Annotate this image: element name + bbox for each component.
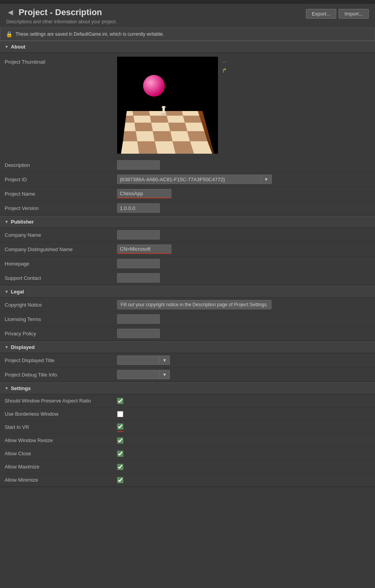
allow-resize-row: Allow Window Resize (0, 434, 375, 447)
company-name-label: Company Name (5, 232, 117, 238)
allow-resize-checkbox[interactable] (117, 437, 123, 444)
project-id-input[interactable] (117, 175, 261, 184)
project-id-field: ▼ (117, 175, 375, 184)
debug-title-combo: ▼ (117, 370, 170, 379)
svg-marker-5 (155, 141, 176, 154)
allow-close-row: Allow Close (0, 447, 375, 460)
svg-marker-15 (151, 123, 170, 131)
displayed-arrow: ▼ (5, 345, 9, 349)
project-id-dropdown-btn[interactable]: ▼ (261, 175, 272, 184)
allow-maximize-field (117, 464, 123, 470)
allow-close-checkbox[interactable] (117, 451, 123, 457)
header-buttons: Export... Import... (306, 9, 369, 19)
homepage-label: Homepage (5, 261, 117, 267)
project-name-input[interactable] (117, 189, 171, 198)
export-button[interactable]: Export... (306, 9, 336, 19)
thumbnail-dots-button[interactable]: ... (220, 57, 228, 64)
debug-title-row: Project Debug Title Info ▼ (0, 368, 375, 382)
allow-maximize-label: Allow Maximize (5, 464, 117, 470)
project-name-field (117, 189, 375, 198)
svg-marker-8 (123, 131, 137, 141)
displayed-title-input[interactable] (117, 356, 160, 365)
project-id-row: Project ID ▼ (0, 172, 375, 187)
lock-icon: 🔒 (6, 31, 12, 37)
settings-arrow: ▼ (5, 386, 9, 390)
svg-marker-24 (133, 111, 150, 116)
copyright-notice-text: Fill out your copyright notice in the De… (117, 300, 271, 309)
svg-marker-4 (137, 141, 157, 154)
displayed-title-dropdown[interactable]: ▼ (160, 356, 170, 365)
top-bar (0, 0, 375, 3)
svg-marker-16 (168, 123, 187, 131)
svg-marker-22 (183, 116, 202, 123)
licensing-label: Licensing Terms (5, 316, 117, 322)
allow-minimize-checkbox[interactable] (117, 477, 123, 483)
displayed-title-label: Project Displayed Title (5, 357, 117, 363)
legal-header: ▼ Legal (0, 286, 375, 298)
privacy-input[interactable] (117, 329, 160, 338)
company-name-field (117, 230, 375, 239)
allow-resize-field (117, 437, 123, 444)
start-vr-underline-wrapper (117, 423, 123, 431)
preserve-aspect-label: Should Window Preserve Aspect Ratio (5, 398, 117, 404)
allow-minimize-row: Allow Minimize (0, 474, 375, 487)
notice-text: These settings are saved in DefaultGame.… (16, 31, 164, 37)
project-version-label: Project Version (5, 205, 117, 211)
project-version-input[interactable] (117, 203, 160, 213)
description-input[interactable] (117, 160, 160, 170)
svg-marker-12 (187, 131, 207, 141)
about-arrow: ▼ (5, 45, 9, 49)
allow-resize-label: Allow Window Resize (5, 437, 117, 443)
project-id-combo: ▼ (117, 175, 272, 184)
svg-marker-3 (121, 141, 139, 154)
svg-marker-26 (166, 111, 183, 116)
page-title: ◄ Project - Description (6, 7, 117, 17)
allow-maximize-row: Allow Maximize (0, 460, 375, 474)
project-version-field (117, 203, 375, 213)
import-button[interactable]: Import... (339, 9, 369, 19)
about-section: ▼ About Project Thumbnail (0, 41, 375, 216)
legal-arrow: ▼ (5, 290, 9, 294)
about-header: ▼ About (0, 41, 375, 53)
thumbnail-row: Project Thumbnail (0, 53, 375, 158)
page-header: ◄ Project - Description Descriptions and… (0, 3, 375, 28)
borderless-row: Use Borderless Window (0, 408, 375, 421)
company-dn-input[interactable] (117, 245, 171, 254)
company-dn-row: Company Distinguished Name (0, 242, 375, 257)
support-input[interactable] (117, 273, 160, 283)
company-name-input[interactable] (117, 230, 160, 239)
copyright-row: Copyright Notice Fill out your copyright… (0, 298, 375, 312)
settings-notice: 🔒 These settings are saved in DefaultGam… (0, 28, 375, 41)
allow-minimize-field (117, 477, 123, 483)
displayed-title-row: Project Displayed Title ▼ (0, 353, 375, 368)
svg-marker-13 (124, 123, 136, 131)
debug-title-input[interactable] (117, 370, 160, 379)
start-vr-checkbox[interactable] (117, 423, 123, 430)
borderless-label: Use Borderless Window (5, 411, 117, 417)
svg-marker-19 (133, 116, 151, 123)
copyright-label: Copyright Notice (5, 302, 117, 308)
preserve-aspect-checkbox[interactable] (117, 398, 123, 404)
legal-section: ▼ Legal Copyright Notice Fill out your c… (0, 286, 375, 341)
borderless-checkbox[interactable] (117, 411, 123, 417)
project-id-label: Project ID (5, 177, 117, 182)
displayed-title-combo: ▼ (117, 356, 170, 365)
thumbnail-refresh-button[interactable]: ↱ (220, 66, 228, 75)
licensing-row: Licensing Terms (0, 312, 375, 326)
homepage-input[interactable] (117, 259, 160, 268)
publisher-label: Publisher (11, 219, 34, 225)
settings-section: ▼ Settings Should Window Preserve Aspect… (0, 382, 375, 487)
start-vr-field (117, 423, 123, 431)
displayed-section: ▼ Displayed Project Displayed Title ▼ Pr… (0, 341, 375, 382)
debug-title-dropdown[interactable]: ▼ (160, 370, 170, 379)
svg-marker-9 (136, 131, 155, 141)
debug-title-label: Project Debug Title Info (5, 372, 117, 378)
allow-maximize-checkbox[interactable] (117, 464, 123, 470)
thumbnail-image (117, 57, 218, 154)
project-name-row: Project Name (0, 187, 375, 201)
svg-marker-14 (135, 123, 153, 131)
licensing-input[interactable] (117, 314, 160, 324)
project-name-label: Project Name (5, 191, 117, 197)
company-dn-field (117, 245, 375, 254)
displayed-label: Displayed (11, 344, 35, 350)
